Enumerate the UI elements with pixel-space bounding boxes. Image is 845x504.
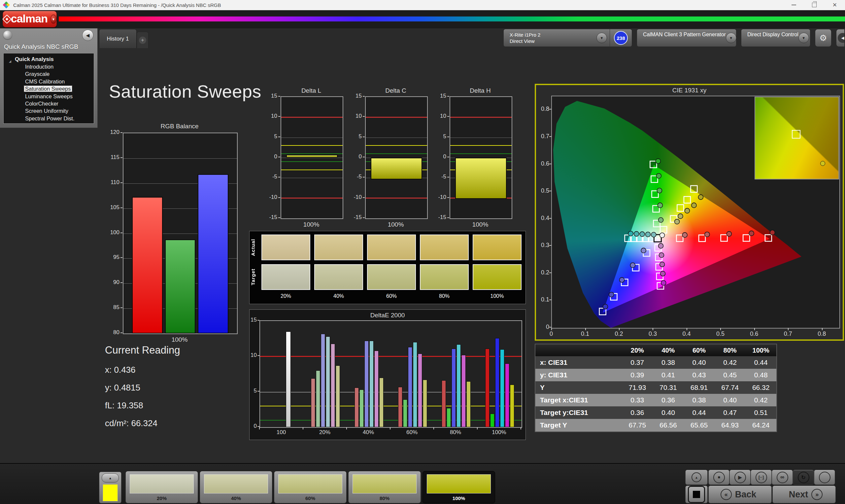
blank-transport-button[interactable]	[814, 470, 835, 485]
tree-items: IntroductionGrayscaleCMS CalibrationSatu…	[4, 63, 94, 122]
y-tick-label: -15	[349, 214, 362, 221]
table-cell: 0.40	[653, 407, 684, 419]
device-toolbar: X-Rite i1Pro 2Direct View ▼ 238 CalMAN C…	[504, 29, 844, 47]
refresh-button[interactable]: ↻	[793, 470, 814, 485]
deltae-bar-green	[316, 371, 320, 427]
minimize-button[interactable]	[784, 0, 804, 10]
tree-root-quick-analysis[interactable]: ◢ Quick Analysis	[4, 55, 94, 63]
chart-title: Delta L	[281, 87, 342, 94]
tree-item-colorchecker[interactable]: ColorChecker	[4, 100, 94, 107]
y-tick-label: 120	[108, 129, 120, 136]
display-window-button[interactable]	[685, 486, 708, 503]
play-button[interactable]: ▶	[729, 470, 751, 485]
meter-dropdown[interactable]: X-Rite i1Pro 2Direct View ▼ 238	[504, 29, 632, 47]
cie-y-tick-label: 0.8	[538, 106, 549, 112]
deltae-bar-blue	[365, 341, 369, 427]
sidebar-orb-button[interactable]	[3, 31, 12, 39]
close-button[interactable]: ×	[825, 0, 845, 10]
measurement-table: 20%40%60%80%100%x: CIE310.370.380.400.42…	[535, 344, 777, 432]
header-bar: calman ▼	[0, 10, 845, 29]
tree-item-introduction[interactable]: Introduction	[4, 63, 94, 70]
cie-y-tick-label: 0	[538, 324, 549, 330]
pattern-button-40%[interactable]: 40%	[200, 471, 272, 503]
pattern-button-60%[interactable]: 60%	[274, 471, 347, 503]
table-row: Target y:CIE310.360.400.440.470.51	[535, 407, 776, 419]
deltae-bar-white	[286, 331, 291, 427]
next-button[interactable]: Next »	[772, 486, 836, 503]
table-cell: 0.36	[653, 394, 684, 407]
stop-icon: ■	[713, 472, 725, 483]
stop-button[interactable]: ■	[708, 470, 729, 485]
pattern-button-80%[interactable]: 80%	[348, 471, 421, 503]
pattern-generator-dropdown[interactable]: CalMAN Client 3 Pattern Generator ▼	[637, 29, 736, 47]
settings-button[interactable]: ⚙	[815, 29, 831, 47]
cie-measured-marker	[656, 174, 661, 178]
cie-measured-marker	[630, 263, 635, 268]
collapse-toolbar-button[interactable]: ◀	[836, 29, 844, 47]
ref-line	[281, 154, 342, 154]
deltae-bar-green	[446, 408, 451, 427]
pattern-mini-panel: ▲	[99, 472, 122, 503]
tree-item-grayscale[interactable]: Grayscale	[4, 70, 94, 77]
tree-item-screen-uniformity[interactable]: Screen Uniformity	[4, 107, 94, 114]
tree-item-saturation-sweeps[interactable]: Saturation Sweeps	[4, 85, 94, 92]
cie-measured-marker	[682, 233, 687, 237]
step-button[interactable]: [··]	[751, 470, 772, 485]
pattern-generator-label: CalMAN Client 3 Pattern Generator	[643, 32, 726, 38]
target-swatch-60%	[367, 264, 416, 290]
continuous-measure-button[interactable]: ∞	[772, 470, 793, 485]
target-swatch-80%	[420, 264, 469, 290]
chevron-down-icon[interactable]: ▼	[798, 33, 809, 43]
cie-x-tick-label: 0	[545, 330, 558, 338]
tree-item-luminance-sweeps[interactable]: Luminance Sweeps	[4, 93, 94, 100]
back-button[interactable]: « Back	[708, 486, 772, 503]
tree-item-cms-calibration[interactable]: CMS Calibration	[4, 78, 94, 85]
table-row: Target Y67.7566.5665.6564.9364.24	[535, 419, 776, 431]
deltae-bar-cyan	[369, 341, 374, 427]
cie-x-tick-label: 0.7	[781, 330, 794, 338]
current-reading-title: Current Reading	[105, 344, 244, 356]
chevron-down-icon[interactable]: ▼	[596, 33, 607, 43]
deltae-bar-blue	[495, 338, 499, 428]
cie-measured-marker	[659, 253, 664, 258]
table-row: Target x:CIE310.330.360.380.400.42	[535, 394, 776, 407]
cie-x-tick-label: 0.3	[646, 330, 659, 338]
deltae-bar-red	[485, 349, 490, 427]
cie-measured-marker	[655, 159, 661, 164]
deltae-bar-red	[398, 387, 402, 427]
back-chevrons-icon: «	[721, 489, 732, 500]
gridline	[260, 392, 522, 393]
y-tick-label: 100	[108, 229, 120, 236]
pattern-button-100%[interactable]: 100%	[423, 471, 495, 503]
row-label-target: Target	[250, 264, 258, 290]
table-cell: 0.38	[653, 356, 684, 369]
sidebar-collapse-button[interactable]: ◀	[82, 30, 93, 41]
deltae-bar-yellow	[466, 381, 471, 428]
ref-line	[281, 117, 342, 118]
restore-button[interactable]	[804, 0, 825, 10]
black-square-icon	[688, 486, 705, 503]
deltae-bar-cyan	[457, 344, 461, 427]
cie-target-marker	[660, 227, 667, 233]
next-label: Next	[789, 489, 808, 500]
table-cell: 70.31	[653, 381, 684, 394]
cie-target-marker	[699, 235, 705, 241]
active-pattern-swatch	[103, 484, 118, 501]
calman-logo-button[interactable]: calman ▼	[3, 11, 57, 28]
pattern-panel-expand-button[interactable]: ▲	[102, 473, 119, 483]
deltae-bar-yellow	[379, 378, 384, 427]
calman-gem-icon	[3, 15, 8, 23]
transport-expand-button[interactable]: ▲	[685, 470, 708, 485]
display-control-dropdown[interactable]: Direct Display Control ▼	[741, 29, 810, 47]
pattern-swatch	[130, 474, 194, 493]
chevron-down-icon[interactable]: ▼	[726, 33, 736, 43]
tree-item-spectral-power-dist-[interactable]: Spectral Power Dist.	[4, 115, 94, 122]
table-cell: 68.91	[684, 381, 715, 394]
logo-menu-button[interactable]: ▼	[51, 15, 56, 24]
table-cell: 66.56	[653, 419, 684, 431]
pattern-button-20%[interactable]: 20%	[125, 471, 198, 503]
circle-icon	[819, 472, 830, 483]
cie-target-marker	[743, 235, 750, 241]
tab-history-1[interactable]: History 1	[99, 29, 137, 48]
add-tab-button[interactable]: +	[137, 32, 148, 48]
